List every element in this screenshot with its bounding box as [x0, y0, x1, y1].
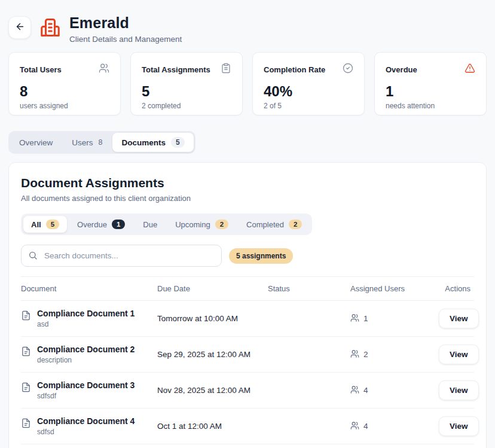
file-text-icon: [21, 416, 31, 431]
view-button[interactable]: View: [439, 309, 479, 328]
users-icon: [350, 421, 359, 432]
stat-caption: users assigned: [20, 102, 109, 110]
table-row: Compliance Document 1 asd Tomorrow at 10…: [21, 301, 474, 337]
users-icon: [350, 313, 359, 324]
filter-all[interactable]: All 5: [23, 216, 67, 233]
filter-overdue[interactable]: Overdue 1: [69, 216, 133, 233]
tab-users-count: 8: [99, 138, 103, 147]
page-header: Emerald Client Details and Management: [8, 8, 487, 52]
search-input[interactable]: [21, 245, 222, 267]
title-block: Emerald Client Details and Management: [69, 14, 182, 44]
column-header-status: Status: [268, 284, 350, 293]
assigned-users-count: 4: [363, 422, 368, 431]
filter-label: Due: [143, 220, 157, 229]
search-box: [21, 245, 222, 267]
filter-strip: All 5 Overdue 1 Due Upcoming 2 Completed…: [21, 214, 312, 235]
stat-value: 5: [142, 83, 231, 100]
filter-due[interactable]: Due: [135, 217, 165, 233]
page-subtitle: Client Details and Management: [69, 35, 182, 44]
filter-completed[interactable]: Completed 2: [239, 216, 310, 233]
filter-label: All: [31, 220, 41, 229]
column-header-actions: Actions: [439, 284, 474, 293]
tab-overview[interactable]: Overview: [10, 134, 62, 151]
file-text-icon: [21, 309, 31, 323]
document-description: asd: [37, 320, 135, 328]
stat-card-total-users: Total Users 8 users assigned: [8, 52, 121, 115]
stat-caption: 2 of 5: [264, 102, 353, 110]
arrow-left-icon: [15, 22, 25, 33]
page-title: Emerald: [69, 14, 182, 32]
stat-label: Total Assignments: [142, 65, 210, 74]
table-row: Compliance Document 3 sdfsdf Nov 28, 202…: [21, 373, 474, 409]
users-icon: [350, 349, 359, 360]
filter-overdue-badge: 1: [112, 220, 125, 229]
main-tabbar-wrap: Overview Users 8 Documents 5: [8, 131, 487, 154]
main-tabbar: Overview Users 8 Documents 5: [8, 131, 195, 154]
stat-value: 8: [20, 83, 109, 100]
view-button[interactable]: View: [439, 380, 479, 400]
stat-label: Total Users: [20, 65, 62, 74]
stat-value: 40%: [264, 83, 353, 100]
document-description: sdfsd: [37, 428, 135, 436]
filter-label: Overdue: [77, 220, 107, 229]
filter-completed-badge: 2: [289, 220, 302, 229]
document-description: description: [37, 356, 135, 364]
users-icon: [350, 385, 359, 396]
document-name: Compliance Document 1: [37, 309, 135, 318]
check-circle-icon: [343, 63, 353, 76]
stat-card-overdue: Overdue 1 needs attention: [374, 52, 487, 115]
filter-all-badge: 5: [46, 220, 59, 229]
stat-label: Completion Rate: [264, 65, 325, 74]
stat-caption: 2 completed: [142, 102, 231, 110]
alert-triangle-icon: [465, 63, 475, 76]
view-button[interactable]: View: [439, 345, 479, 364]
tab-label: Documents: [121, 138, 166, 147]
table-header: Document Due Date Status Assigned Users …: [21, 276, 474, 301]
filter-upcoming-badge: 2: [215, 220, 228, 229]
stat-card-completion-rate: Completion Rate 40% 2 of 5: [252, 52, 365, 115]
assigned-users-count: 2: [363, 350, 368, 359]
file-text-icon: [21, 345, 31, 359]
tab-documents-count: 5: [171, 137, 185, 148]
document-name: Compliance Document 3: [37, 380, 135, 390]
clipboard-icon: [221, 63, 231, 76]
table-row: Compliance Document 4 sdfsd Oct 1 at 12:…: [21, 409, 474, 444]
column-header-document: Document: [21, 284, 157, 293]
due-date: Oct 1 at 12:00 AM: [157, 422, 268, 431]
assigned-users-count: 4: [363, 386, 368, 395]
tab-documents[interactable]: Documents 5: [112, 133, 193, 152]
document-name: Compliance Document 2: [37, 345, 135, 354]
document-description: sdfsdf: [37, 392, 135, 400]
document-name: Compliance Document 4: [37, 416, 135, 426]
due-date: Sep 29, 2025 at 12:00 AM: [157, 350, 268, 359]
view-button[interactable]: View: [439, 416, 479, 436]
tab-label: Overview: [19, 138, 53, 147]
stat-caption: needs attention: [386, 102, 475, 110]
filter-upcoming[interactable]: Upcoming 2: [167, 216, 236, 233]
stats-row: Total Users 8 users assigned Total Assig…: [8, 52, 487, 115]
assignments-count-badge: 5 assignments: [229, 248, 293, 264]
file-text-icon: [21, 380, 31, 395]
filter-label: Upcoming: [175, 220, 210, 229]
filter-label: Completed: [246, 220, 284, 229]
client-details-page: Emerald Client Details and Management To…: [0, 0, 495, 448]
due-date: Nov 28, 2025 at 12:00 AM: [157, 386, 268, 395]
column-header-due-date: Due Date: [157, 284, 268, 293]
documents-table: Document Due Date Status Assigned Users …: [21, 276, 474, 444]
stat-label: Overdue: [386, 65, 417, 74]
stat-card-total-assignments: Total Assignments 5 2 completed: [130, 52, 243, 115]
section-title: Document Assignments: [21, 176, 474, 190]
due-date: Tomorrow at 10:00 AM: [157, 314, 268, 323]
tab-label: Users: [72, 138, 93, 147]
tab-users[interactable]: Users 8: [63, 134, 111, 151]
search-row: 5 assignments: [21, 245, 474, 267]
stat-value: 1: [386, 83, 475, 100]
assigned-users-count: 1: [363, 314, 368, 323]
column-header-assigned-users: Assigned Users: [350, 284, 439, 293]
document-assignments-card: Document Assignments All documents assig…: [8, 162, 487, 448]
back-button[interactable]: [8, 16, 31, 39]
table-row: Compliance Document 2 description Sep 29…: [21, 337, 474, 373]
users-icon: [99, 63, 109, 76]
building-icon: [39, 17, 61, 41]
section-subtitle: All documents assigned to this client or…: [21, 194, 474, 203]
